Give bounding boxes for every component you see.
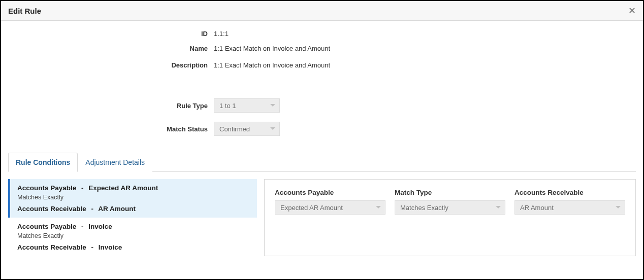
dialog-header: Edit Rule ✕ xyxy=(1,1,643,21)
condition-ar-line: Accounts Receivable - Invoice xyxy=(17,243,250,251)
chevron-down-icon xyxy=(376,206,381,209)
label-match-status: Match Status xyxy=(8,125,214,133)
tabs: Rule Conditions Adjustment Details xyxy=(8,152,636,172)
row-name: Name 1:1 Exact Match on Invoice and Amou… xyxy=(8,45,636,52)
detail-match-type-label: Match Type xyxy=(395,189,505,196)
chevron-down-icon xyxy=(616,206,621,209)
detail-ap-label: Accounts Payable xyxy=(275,189,385,196)
condition-ap-field: Invoice xyxy=(88,223,112,230)
value-id: 1.1:1 xyxy=(214,30,229,38)
dash: - xyxy=(91,243,94,251)
detail-ar-label: Accounts Receivable xyxy=(514,189,625,196)
detail-col-ar: Accounts Receivable AR Amount xyxy=(514,189,625,215)
condition-ap-label: Accounts Payable xyxy=(17,223,76,230)
dash: - xyxy=(81,184,84,192)
detail-panel: Accounts Payable Expected AR Amount Matc… xyxy=(264,179,636,256)
dash: - xyxy=(91,205,94,213)
label-description: Description xyxy=(8,61,214,69)
row-rule-type: Rule Type 1 to 1 xyxy=(8,98,636,113)
dialog: Edit Rule ✕ ID 1.1:1 Name 1:1 Exact Matc… xyxy=(0,0,644,280)
value-name: 1:1 Exact Match on Invoice and Amount xyxy=(214,45,330,52)
condition-ar-field: AR Amount xyxy=(98,205,136,213)
row-description: Description 1:1 Exact Match on Invoice a… xyxy=(8,61,636,69)
label-id: ID xyxy=(8,30,214,38)
condition-ar-field: Invoice xyxy=(99,243,122,251)
detail-match-type-value: Matches Exactly xyxy=(400,204,448,212)
dialog-title: Edit Rule xyxy=(8,7,41,15)
label-name: Name xyxy=(8,45,214,52)
tab-rule-conditions[interactable]: Rule Conditions xyxy=(8,153,78,172)
tab-adjustment-details[interactable]: Adjustment Details xyxy=(78,153,152,172)
dialog-body: ID 1.1:1 Name 1:1 Exact Match on Invoice… xyxy=(1,21,643,279)
label-rule-type: Rule Type xyxy=(8,102,214,110)
condition-op: Matches Exactly xyxy=(17,232,250,239)
match-status-select[interactable]: Confirmed xyxy=(214,122,280,136)
close-icon[interactable]: ✕ xyxy=(628,6,636,15)
condition-ap-field: Expected AR Amount xyxy=(88,184,158,192)
detail-col-ap: Accounts Payable Expected AR Amount xyxy=(275,189,385,215)
conditions-list: Accounts Payable - Expected AR Amount Ma… xyxy=(8,179,257,256)
form-area: ID 1.1:1 Name 1:1 Exact Match on Invoice… xyxy=(8,30,636,145)
detail-ap-select[interactable]: Expected AR Amount xyxy=(275,200,385,215)
condition-ap-line: Accounts Payable - Invoice xyxy=(17,223,250,230)
detail-match-type-select[interactable]: Matches Exactly xyxy=(395,200,505,215)
condition-op: Matches Exactly xyxy=(17,194,250,201)
condition-ar-label: Accounts Receivable xyxy=(17,205,86,213)
condition-ap-label: Accounts Payable xyxy=(17,184,76,192)
rule-type-select[interactable]: 1 to 1 xyxy=(214,98,280,113)
chevron-down-icon xyxy=(270,104,275,107)
detail-ar-select[interactable]: AR Amount xyxy=(514,200,625,215)
condition-ap-line: Accounts Payable - Expected AR Amount xyxy=(17,184,250,192)
chevron-down-icon xyxy=(496,206,501,209)
detail-col-match-type: Match Type Matches Exactly xyxy=(395,189,505,215)
dash: - xyxy=(81,223,84,230)
row-match-status: Match Status Confirmed xyxy=(8,122,636,136)
spacer xyxy=(8,78,636,98)
condition-ar-line: Accounts Receivable - AR Amount xyxy=(17,205,250,213)
condition-item[interactable]: Accounts Payable - Expected AR Amount Ma… xyxy=(8,179,257,218)
row-id: ID 1.1:1 xyxy=(8,30,636,38)
detail-ap-value: Expected AR Amount xyxy=(280,204,343,212)
chevron-down-icon xyxy=(270,127,275,130)
tab-body: Accounts Payable - Expected AR Amount Ma… xyxy=(8,172,636,256)
match-status-value: Confirmed xyxy=(219,125,250,133)
rule-type-value: 1 to 1 xyxy=(219,102,236,110)
detail-ar-value: AR Amount xyxy=(520,204,554,212)
condition-ar-label: Accounts Receivable xyxy=(17,243,86,251)
condition-item[interactable]: Accounts Payable - Invoice Matches Exact… xyxy=(8,218,257,256)
value-description: 1:1 Exact Match on Invoice and Amount xyxy=(214,61,330,69)
